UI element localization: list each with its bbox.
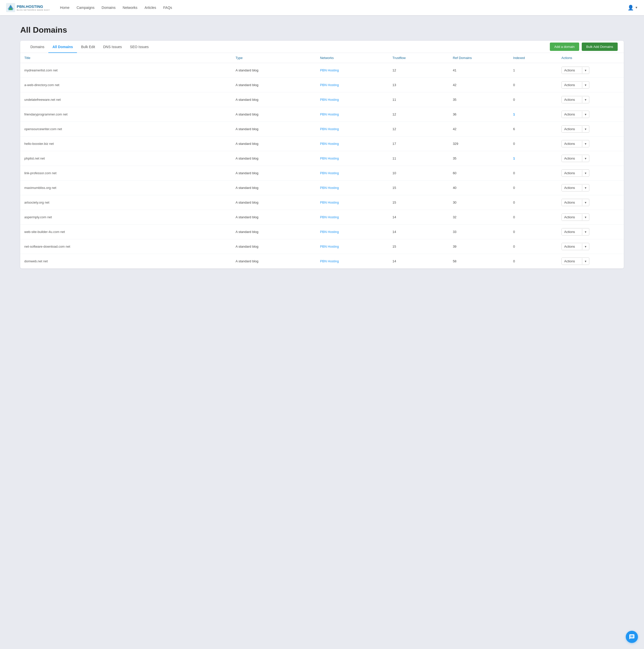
actions-button[interactable]: Actions ▼ <box>561 228 589 235</box>
actions-button[interactable]: Actions ▼ <box>561 258 589 265</box>
domain-title-link[interactable]: domweb.net net <box>24 259 48 263</box>
domain-title-link[interactable]: web-site-builder-4u.com net <box>24 230 65 234</box>
actions-dropdown-toggle[interactable]: ▼ <box>582 68 589 74</box>
domain-title-link[interactable]: artsociety.org net <box>24 201 49 204</box>
actions-dropdown-toggle[interactable]: ▼ <box>582 141 589 147</box>
domain-title-link[interactable]: phplist.net net <box>24 157 45 160</box>
actions-button[interactable]: Actions ▼ <box>561 125 589 133</box>
indexed-value: 0 <box>509 225 557 239</box>
nav-networks[interactable]: Networks <box>123 6 137 10</box>
tab-domains[interactable]: Domains <box>26 41 48 53</box>
actions-dropdown-toggle[interactable]: ▼ <box>582 97 589 103</box>
tabs-header: Domains All Domains Bulk Edit DNS Issues… <box>20 41 624 53</box>
actions-dropdown-toggle[interactable]: ▼ <box>582 244 589 250</box>
actions-button[interactable]: Actions ▼ <box>561 243 589 250</box>
tab-bulk-edit[interactable]: Bulk Edit <box>77 41 99 53</box>
actions-button[interactable]: Actions ▼ <box>561 111 589 118</box>
actions-dropdown-toggle[interactable]: ▼ <box>582 126 589 132</box>
network-link[interactable]: PBN Hosting <box>320 230 339 234</box>
domain-title-link[interactable]: maximumbliss.org net <box>24 186 56 190</box>
actions-dropdown-toggle[interactable]: ▼ <box>582 185 589 191</box>
network-link[interactable]: PBN Hosting <box>320 127 339 131</box>
actions-main-btn[interactable]: Actions <box>562 199 582 206</box>
domain-title-link[interactable]: a-web-directory.com net <box>24 83 59 87</box>
network-link[interactable]: PBN Hosting <box>320 215 339 219</box>
table-row: maximumbliss.org netA standard blogPBN H… <box>20 180 624 195</box>
main-card: Domains All Domains Bulk Edit DNS Issues… <box>20 41 624 268</box>
actions-main-btn[interactable]: Actions <box>562 258 582 265</box>
actions-cell: Actions ▼ <box>557 166 624 180</box>
domain-title-link[interactable]: friendaryprogrammer.com net <box>24 113 67 116</box>
tab-dns-issues[interactable]: DNS Issues <box>99 41 126 53</box>
actions-cell: Actions ▼ <box>557 136 624 151</box>
actions-dropdown-toggle[interactable]: ▼ <box>582 229 589 235</box>
ref-domains-value: 32 <box>449 210 509 225</box>
actions-cell: Actions ▼ <box>557 225 624 239</box>
add-domain-button[interactable]: Add a domain <box>550 43 579 51</box>
actions-cell: Actions ▼ <box>557 107 624 122</box>
network-link[interactable]: PBN Hosting <box>320 142 339 145</box>
actions-button[interactable]: Actions ▼ <box>561 169 589 177</box>
actions-button[interactable]: Actions ▼ <box>561 96 589 103</box>
network-link[interactable]: PBN Hosting <box>320 201 339 204</box>
nav-campaigns[interactable]: Campaigns <box>77 6 94 10</box>
domain-title-link[interactable]: net-software-download.com net <box>24 245 70 248</box>
actions-button[interactable]: Actions ▼ <box>561 81 589 89</box>
actions-dropdown-toggle[interactable]: ▼ <box>582 200 589 206</box>
network-link[interactable]: PBN Hosting <box>320 113 339 116</box>
actions-main-btn[interactable]: Actions <box>562 184 582 191</box>
actions-dropdown-toggle[interactable]: ▼ <box>582 214 589 220</box>
ref-domains-value: 58 <box>449 254 509 269</box>
network-link[interactable]: PBN Hosting <box>320 186 339 190</box>
bulk-add-button[interactable]: Bulk Add Domains <box>582 43 618 51</box>
network-link[interactable]: PBN Hosting <box>320 83 339 87</box>
network-link[interactable]: PBN Hosting <box>320 245 339 248</box>
nav-articles[interactable]: Articles <box>144 6 156 10</box>
actions-main-btn[interactable]: Actions <box>562 228 582 235</box>
trustflow-value: 12 <box>388 122 449 136</box>
network-link[interactable]: PBN Hosting <box>320 69 339 72</box>
actions-button[interactable]: Actions ▼ <box>561 213 589 221</box>
network-link[interactable]: PBN Hosting <box>320 259 339 263</box>
actions-main-btn[interactable]: Actions <box>562 96 582 103</box>
actions-dropdown-toggle[interactable]: ▼ <box>582 156 589 162</box>
domain-title-link[interactable]: link-professor.com net <box>24 171 56 175</box>
tab-all-domains[interactable]: All Domains <box>48 41 77 53</box>
user-menu[interactable]: 👤 ▼ <box>628 5 638 11</box>
actions-dropdown-toggle[interactable]: ▼ <box>582 170 589 176</box>
actions-main-btn[interactable]: Actions <box>562 155 582 162</box>
actions-dropdown-toggle[interactable]: ▼ <box>582 112 589 118</box>
actions-main-btn[interactable]: Actions <box>562 140 582 147</box>
actions-button[interactable]: Actions ▼ <box>561 67 589 74</box>
domain-title-link[interactable]: aspermply.com net <box>24 215 52 219</box>
domain-title-link[interactable]: mydreamerlist.com net <box>24 69 57 72</box>
actions-main-btn[interactable]: Actions <box>562 243 582 250</box>
nav-home[interactable]: Home <box>60 6 70 10</box>
network-link[interactable]: PBN Hosting <box>320 157 339 160</box>
actions-button[interactable]: Actions ▼ <box>561 155 589 162</box>
ref-domains-value: 39 <box>449 239 509 254</box>
brand-logo[interactable]: PBN.HOSTING BLOG NETWORKS MADE EASY <box>6 3 50 12</box>
tab-seo-issues[interactable]: SEO Issues <box>126 41 153 53</box>
actions-button[interactable]: Actions ▼ <box>561 140 589 147</box>
actions-main-btn[interactable]: Actions <box>562 82 582 88</box>
actions-button[interactable]: Actions ▼ <box>561 199 589 206</box>
actions-main-btn[interactable]: Actions <box>562 214 582 221</box>
network-link[interactable]: PBN Hosting <box>320 171 339 175</box>
chat-button[interactable] <box>626 631 638 643</box>
actions-button[interactable]: Actions ▼ <box>561 184 589 191</box>
domain-title-link[interactable]: opensourcewriter.com net <box>24 127 62 131</box>
domain-title-link[interactable]: hello-booster.biz net <box>24 142 54 145</box>
col-header-title[interactable]: Title <box>20 53 231 63</box>
actions-dropdown-toggle[interactable]: ▼ <box>582 258 589 264</box>
actions-main-btn[interactable]: Actions <box>562 170 582 176</box>
actions-main-btn[interactable]: Actions <box>562 111 582 118</box>
actions-dropdown-toggle[interactable]: ▼ <box>582 82 589 88</box>
network-link[interactable]: PBN Hosting <box>320 98 339 101</box>
domain-title-link[interactable]: undelatefreeware.net net <box>24 98 61 101</box>
table-body: mydreamerlist.com netA standard blogPBN … <box>20 63 624 269</box>
actions-main-btn[interactable]: Actions <box>562 126 582 132</box>
actions-main-btn[interactable]: Actions <box>562 67 582 74</box>
nav-faqs[interactable]: FAQs <box>163 6 172 10</box>
nav-domains[interactable]: Domains <box>101 6 116 10</box>
